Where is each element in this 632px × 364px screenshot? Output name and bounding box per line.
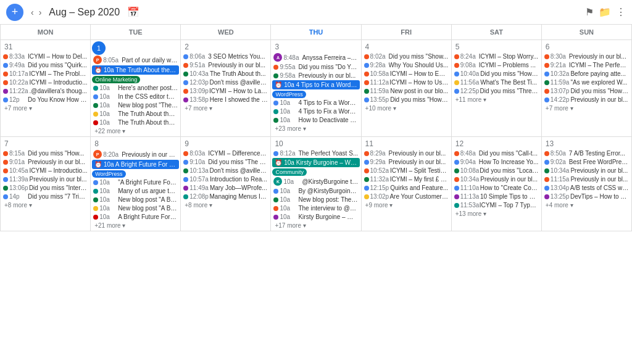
event[interactable]: 11:49aMary Job—WProfe... — [182, 184, 269, 192]
event[interactable]: 8:50a7 A/B Testing Error... — [543, 149, 630, 157]
event[interactable]: 9:55aDid you miss "Do Yo... — [272, 63, 359, 71]
event[interactable]: 8:06a3 SEO Metrics You... — [182, 52, 269, 60]
more-link[interactable]: +4 more ▾ — [543, 201, 630, 209]
event[interactable]: 10aNew blog post "The Tr... — [92, 101, 179, 109]
more-link[interactable]: +17 more ▾ — [272, 221, 359, 230]
event[interactable]: 12:25pDid you miss "Three... — [453, 87, 540, 95]
more-link[interactable]: +11 more ▾ — [453, 96, 540, 104]
event[interactable]: 12pDo You Know How To... — [2, 96, 89, 104]
event[interactable]: 13:07pDid you miss "How ... — [543, 87, 630, 95]
event[interactable]: 13:02pAre Your Customers... — [363, 192, 450, 201]
event[interactable]: 10:34aPreviously in our bl... — [453, 175, 540, 183]
more-link[interactable]: +7 more ▾ — [182, 104, 269, 112]
event[interactable]: 14pDid you miss "7 Tricks t... — [2, 192, 89, 201]
event[interactable]: 10aThe interview to @Kir... — [272, 204, 359, 212]
event-block[interactable]: ⏰ 10a The Truth About the Best Call to A… — [92, 65, 179, 75]
event[interactable]: P8:20aPreviously in our bl... — [92, 149, 179, 159]
event[interactable]: 10aA Bright Future For W... — [92, 213, 179, 221]
event[interactable]: 9:28aWhy You Should Us... — [363, 61, 450, 69]
event[interactable]: 8:29aPreviously in our bl... — [363, 149, 450, 157]
event[interactable]: 10aMany of us argue that... — [92, 187, 179, 195]
prev-button[interactable]: ‹ — [28, 5, 36, 20]
more-link[interactable]: +8 more ▾ — [182, 201, 269, 209]
event[interactable]: 9:04aHow To Increase Yo... — [453, 158, 540, 166]
more-link[interactable]: +13 more ▾ — [453, 210, 540, 218]
event[interactable]: 10aThe Truth About the B... — [92, 118, 179, 126]
event[interactable]: 10:34aPreviously in our bl... — [543, 167, 630, 175]
more-link[interactable]: +23 more ▾ — [272, 125, 359, 133]
event[interactable]: 10:13aDon't miss @avilleg... — [182, 167, 269, 175]
event[interactable]: 10a"A Bright Future For ... — [92, 178, 179, 186]
event-block[interactable]: ⏰ 10a 4 Tips to Fix a WordPress Site — [272, 80, 359, 89]
event[interactable]: 10aNew blog post: The In... — [272, 196, 359, 204]
event[interactable]: 10aNew blog post "A Brig... — [92, 204, 179, 212]
event[interactable]: 10:43aThe Truth About th... — [182, 70, 269, 78]
event[interactable]: 10aHow to Deactivate Plu... — [272, 116, 359, 124]
event[interactable]: 11:39aPreviously in our bl... — [2, 175, 89, 183]
event[interactable]: 11:15aPreviously in our bl... — [543, 175, 630, 183]
event[interactable]: 10aBy @KirstyBurgoine: "... — [272, 187, 359, 195]
event[interactable]: 11:22a.@davillera's thoug... — [2, 87, 89, 95]
event[interactable]: 10:45aICYMI – Introductio... — [2, 167, 89, 175]
event[interactable]: 13:55pDid you miss "How ... — [363, 96, 450, 104]
add-button[interactable]: + — [6, 4, 23, 21]
event[interactable]: A8:48aAnyssa Ferreira – T... — [272, 52, 359, 62]
event[interactable]: 10aNew blog post "A Brig... — [92, 196, 179, 204]
event[interactable]: 10a4 Tips to Fix a WordPr... — [272, 99, 359, 107]
event[interactable]: 10:17aICYMI – The Proble... — [2, 70, 89, 78]
event[interactable]: 8:15aDid you miss "How... — [2, 149, 89, 157]
next-button[interactable]: › — [36, 5, 44, 20]
event[interactable]: P8:05aPart of our daily wo... — [92, 55, 179, 65]
event[interactable]: 11:53aICYMI – Top 7 Types... — [453, 201, 540, 209]
more-link[interactable]: +7 more ▾ — [2, 104, 89, 112]
event[interactable]: 8:12aThe Perfect Yoast S... — [272, 149, 359, 157]
event[interactable]: 13:25pDevTips – How to S... — [543, 192, 630, 201]
more-options-icon[interactable]: ⋮ — [616, 6, 626, 18]
event[interactable]: 11:13a10 Simple Tips to M... — [453, 192, 540, 201]
event[interactable]: 9:21aICYMI – The Perfect... — [543, 61, 630, 69]
event[interactable]: 11:56aWhat's The Best Ti... — [453, 78, 540, 86]
event[interactable]: 9:51aPreviously in our bl... — [182, 61, 269, 69]
event[interactable]: 10:58aICYMI – How to Em... — [363, 70, 450, 78]
more-link[interactable]: +21 more ▾ — [92, 221, 179, 230]
event[interactable]: K10a@KirstyBurgoine this... — [272, 176, 359, 186]
event[interactable]: 13:04pA/B tests of CSS wil... — [543, 184, 630, 192]
event[interactable]: 10:08aDid you miss "Local ... — [453, 167, 540, 175]
event[interactable]: 8:33aICYMI – How to Del... — [2, 52, 89, 60]
folder-icon[interactable]: 📁 — [599, 6, 611, 18]
event[interactable]: 10:22aICYMI – Introductio... — [2, 78, 89, 86]
event[interactable]: 9:29aPreviously in our bl... — [363, 158, 450, 166]
event[interactable]: 8:03aICYMI – Differences... — [182, 149, 269, 157]
more-link[interactable]: +7 more ▾ — [543, 104, 630, 112]
event[interactable]: 10a4 Tips to Fix a WordPr... — [272, 107, 359, 115]
more-link[interactable]: +8 more ▾ — [2, 201, 89, 209]
event[interactable]: 12:03pDon't miss @avilleg... — [182, 78, 269, 86]
event[interactable]: 10:32aBefore paying atte... — [543, 70, 630, 78]
event[interactable]: 11:12aICYMI – How to Use... — [363, 78, 450, 86]
event[interactable]: 12:08pManaging Menus In... — [182, 192, 269, 201]
event[interactable]: 8:48aDid you miss "Call-t... — [453, 149, 540, 157]
calendar-icon[interactable]: 📅 — [127, 6, 139, 18]
event[interactable]: 10:57aIntroduction to Rea... — [182, 175, 269, 183]
event[interactable]: 13:06pDid you miss "Intere... — [2, 184, 89, 192]
event[interactable]: 9:02aBest Free WordPress... — [543, 158, 630, 166]
event[interactable]: 11:10aHow to "Create Con... — [453, 184, 540, 192]
event[interactable]: 8:30aPreviously in our bl... — [543, 52, 630, 60]
event[interactable]: 13:09pICYMI – How to Lau... — [182, 87, 269, 95]
event[interactable]: 8:24aICYMI – Stop Worry... — [453, 52, 540, 60]
event[interactable]: 10:40aDid you miss "How ... — [453, 70, 540, 78]
event[interactable]: 10aKirsty Burgoine – WPr... — [272, 213, 359, 221]
filter-icon[interactable]: ⚑ — [585, 6, 594, 18]
event[interactable]: 12:15pQuirks and Feature... — [363, 184, 450, 192]
event[interactable]: 9:49aDid you miss "Quirk... — [2, 61, 89, 69]
event[interactable]: 8:02aDid you miss "Show... — [363, 52, 450, 60]
event[interactable]: 11:59aNew post in our blo... — [363, 87, 450, 95]
more-link[interactable]: +10 more ▾ — [363, 104, 450, 112]
event[interactable]: 10aHere's another post by... — [92, 84, 179, 92]
event[interactable]: 9:08aICYMI – Problems ... — [453, 61, 540, 69]
event[interactable]: 10:52aICYMI – Split Testin... — [363, 167, 450, 175]
event[interactable]: 14:22pPreviously in our bl... — [543, 96, 630, 104]
event-block[interactable]: ⏰ 10a Kirsty Burgoine – WProfessional of… — [272, 158, 359, 167]
event[interactable]: 10aIn the CSS editor that... — [92, 93, 179, 101]
event[interactable]: 11:59a"As we explored W... — [543, 78, 630, 86]
